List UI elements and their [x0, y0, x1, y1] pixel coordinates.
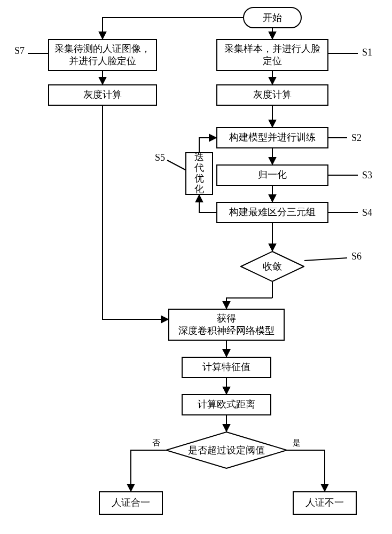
result-match-box: 人证合一: [99, 491, 163, 515]
s3-label: S3: [362, 170, 372, 181]
s3-box: 归一化: [216, 164, 328, 186]
gray-l-box: 灰度计算: [48, 84, 157, 106]
calc-euclid-box: 计算欧式距离: [182, 394, 271, 415]
gray-l-text: 灰度计算: [83, 89, 122, 101]
start-text: 开始: [263, 11, 282, 24]
s4-text: 构建最难区分三元组: [229, 206, 316, 218]
s7-label: S7: [14, 45, 25, 57]
s3-text: 归一化: [258, 169, 287, 181]
s7-box: 采集待测的人证图像，并进行人脸定位: [48, 39, 157, 71]
s6-text: 收敛: [263, 260, 282, 273]
s5-label: S5: [155, 152, 165, 163]
s6-decision: 收敛: [240, 251, 304, 282]
branch-yes-label: 是: [293, 438, 301, 448]
s4-box: 构建最难区分三元组: [216, 202, 328, 223]
start-terminator: 开始: [243, 7, 302, 28]
s2-label: S2: [351, 132, 362, 144]
threshold-decision: 是否超过设定阈值: [166, 431, 287, 469]
obtain-l1: 获得: [217, 312, 236, 325]
s5-box: 迭代优化: [185, 152, 213, 195]
result-match-text: 人证合一: [112, 497, 150, 509]
s1-text: 采集样本，并进行人脸定位: [222, 43, 323, 68]
calc-euclid-text: 计算欧式距离: [198, 398, 255, 411]
branch-no-label: 否: [152, 438, 160, 448]
svg-line-17: [304, 258, 347, 261]
s7-text: 采集待测的人证图像，并进行人脸定位: [53, 43, 152, 68]
result-nomatch-box: 人证不一: [293, 491, 357, 515]
s2-box: 构建模型并进行训练: [216, 127, 328, 148]
s1-box: 采集样本，并进行人脸定位: [216, 39, 328, 71]
s6-label: S6: [351, 251, 362, 262]
svg-line-16: [167, 160, 185, 170]
calc-feat-box: 计算特征值: [182, 357, 271, 378]
s1-label: S1: [362, 47, 372, 58]
threshold-text: 是否超过设定阈值: [188, 444, 265, 457]
calc-feat-text: 计算特征值: [202, 361, 250, 373]
s2-text: 构建模型并进行训练: [229, 131, 316, 144]
result-nomatch-text: 人证不一: [305, 497, 344, 509]
obtain-l2: 深度卷积神经网络模型: [178, 325, 275, 337]
gray-r-text: 灰度计算: [253, 89, 292, 101]
obtain-box: 获得 深度卷积神经网络模型: [168, 309, 285, 341]
gray-r-box: 灰度计算: [216, 84, 328, 106]
s4-label: S4: [362, 207, 372, 218]
s5-text: 迭代优化: [191, 152, 208, 194]
